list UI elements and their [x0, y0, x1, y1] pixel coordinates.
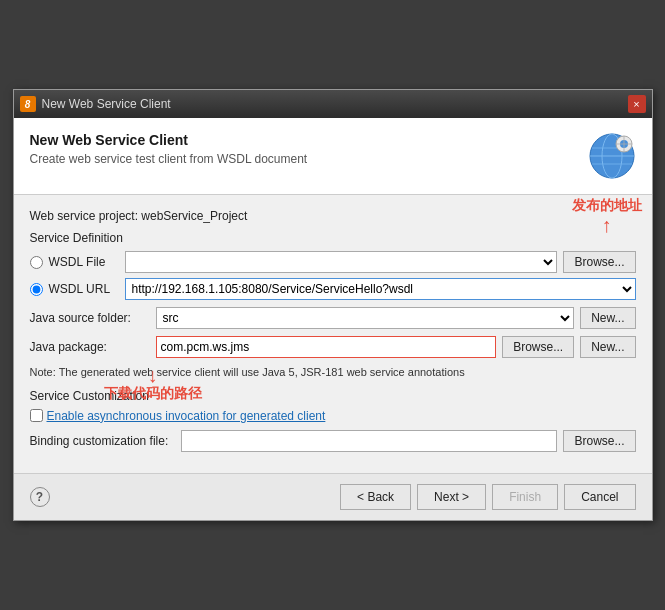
browse-binding-file-button[interactable]: Browse... — [563, 430, 635, 452]
new-java-package-button[interactable]: New... — [580, 336, 635, 358]
browse-wsdl-file-button[interactable]: Browse... — [563, 251, 635, 273]
wsdl-url-row: WSDL URL http://192.168.1.105:8080/Servi… — [30, 278, 636, 300]
java-package-label: Java package: — [30, 340, 150, 354]
browse-java-package-button[interactable]: Browse... — [502, 336, 574, 358]
dialog-subtitle: Create web service test client from WSDL… — [30, 152, 308, 166]
dialog-header-text: New Web Service Client Create web servic… — [30, 132, 308, 166]
java-source-folder-label: Java source folder: — [30, 311, 150, 325]
app-icon: 8 — [20, 96, 36, 112]
cancel-button[interactable]: Cancel — [564, 484, 635, 510]
note-text: Note: The generated web service client w… — [30, 365, 636, 380]
finish-button[interactable]: Finish — [492, 484, 558, 510]
window-title: New Web Service Client — [42, 97, 171, 111]
dialog-header: New Web Service Client Create web servic… — [14, 118, 652, 195]
dialog-icon — [588, 132, 636, 180]
wsdl-file-combo[interactable] — [125, 251, 558, 273]
dialog-footer: ? < Back Next > Finish Cancel — [14, 473, 652, 520]
wsdl-file-radio[interactable] — [30, 256, 43, 269]
title-bar-left: 8 New Web Service Client — [20, 96, 171, 112]
java-source-folder-combo[interactable]: src — [156, 307, 575, 329]
main-window: 8 New Web Service Client × New Web Servi… — [13, 89, 653, 520]
new-java-source-button[interactable]: New... — [580, 307, 635, 329]
dialog-body: 发布的地址 ↑ ↓ 下载代码的路径 Web service project: w… — [14, 195, 652, 472]
help-button[interactable]: ? — [30, 487, 50, 507]
binding-file-input[interactable] — [181, 430, 558, 452]
wsdl-file-label: WSDL File — [49, 255, 119, 269]
binding-file-label: Binding customization file: — [30, 434, 175, 448]
next-button[interactable]: Next > — [417, 484, 486, 510]
footer-buttons: < Back Next > Finish Cancel — [340, 484, 635, 510]
java-package-input[interactable] — [156, 336, 497, 358]
globe-icon — [588, 132, 636, 180]
service-customization-label: Service Customization — [30, 389, 636, 403]
wsdl-url-label: WSDL URL — [49, 282, 119, 296]
title-bar: 8 New Web Service Client × — [14, 90, 652, 118]
wsdl-file-row: WSDL File Browse... — [30, 251, 636, 273]
project-label: Web service project: webService_Project — [30, 209, 636, 223]
java-package-row: Java package: Browse... New... — [30, 336, 636, 358]
enable-async-row: Enable asynchronous invocation for gener… — [30, 409, 636, 423]
binding-file-row: Binding customization file: Browse... — [30, 430, 636, 452]
enable-async-label[interactable]: Enable asynchronous invocation for gener… — [47, 409, 326, 423]
wsdl-url-radio[interactable] — [30, 283, 43, 296]
dialog-title: New Web Service Client — [30, 132, 308, 148]
wsdl-url-combo[interactable]: http://192.168.1.105:8080/Service/Servic… — [125, 278, 636, 300]
back-button[interactable]: < Back — [340, 484, 411, 510]
enable-async-checkbox[interactable] — [30, 409, 43, 422]
java-source-folder-row: Java source folder: src New... — [30, 307, 636, 329]
close-button[interactable]: × — [628, 95, 646, 113]
service-definition-label: Service Definition — [30, 231, 636, 245]
